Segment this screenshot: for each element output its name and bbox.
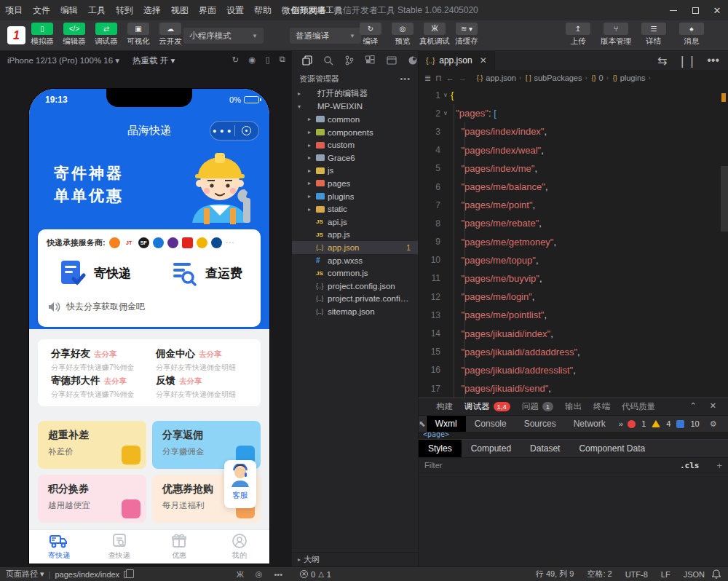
toolbar-button[interactable]: ↥ 上传 (559, 23, 597, 47)
debug-panel-tab[interactable]: 输出 (565, 401, 582, 412)
toolbar-button[interactable]: </> 编辑器 (58, 23, 90, 47)
tree-row[interactable]: ▸ common (292, 113, 418, 126)
window-icon[interactable] (387, 55, 397, 66)
tree-row[interactable]: sitemap.json (292, 305, 418, 318)
code-line[interactable]: 1∨{ (419, 86, 728, 104)
hot-reload-toggle[interactable]: 热重载 开 ▾ (132, 55, 175, 66)
query-freight-button[interactable]: 查运费 (149, 257, 261, 289)
close-button[interactable]: ✕ (706, 0, 728, 20)
page-path-label[interactable]: 页面路径 ▾ (6, 569, 44, 580)
outline-list-icon[interactable]: ≣ (424, 74, 431, 83)
editor-tab-appjson[interactable]: {..} app.json ✕ (419, 51, 495, 70)
toolbar-button[interactable]: ☁ 云开发 (154, 23, 186, 47)
close-tab-icon[interactable]: ✕ (480, 55, 487, 66)
menu-item[interactable]: 编辑 (55, 0, 83, 20)
preview-eye-icon[interactable]: ◎ (256, 569, 263, 579)
copy-path-icon[interactable] (124, 571, 130, 578)
notice-bar[interactable]: 快去分享获取佣金吧 (48, 301, 261, 313)
mode-select[interactable]: 小程序模式▼ (183, 28, 264, 44)
record-icon[interactable]: ◉ (248, 55, 256, 65)
code-editor[interactable]: 1∨{2∨ "pages": [3 "pages/index/index",4 … (419, 86, 728, 398)
tab-profile[interactable]: 我的 (210, 530, 270, 564)
toolbar-button[interactable]: ☰ 详情 (635, 23, 673, 47)
tab-track-express[interactable]: 查快递 (90, 530, 150, 564)
breadcrumb-item[interactable]: {} plugins › (613, 74, 651, 82)
refresh-icon[interactable]: ↻ (232, 55, 240, 65)
collapse-panel-icon[interactable]: ⌃ (690, 401, 697, 411)
styles-tab[interactable]: Component Data (569, 440, 654, 457)
debug-panel-tab[interactable]: 调试器 1,4 (464, 401, 510, 412)
tree-row[interactable]: api.js (292, 216, 418, 229)
customer-service-button[interactable]: 客服 (224, 460, 256, 508)
statusbar-segment[interactable]: JSON (684, 570, 705, 579)
menu-item[interactable]: 选择 (138, 0, 166, 20)
toolbar-button[interactable]: ▯ 模拟器 (26, 23, 58, 47)
toolbar-button[interactable]: Ӝ 真机调试 (419, 23, 451, 47)
debug-panel-tab[interactable]: 终端 (593, 401, 610, 412)
filter-input[interactable]: Filter (424, 461, 442, 470)
tree-row[interactable]: project.private.config.js... (292, 293, 418, 306)
close-miniapp-icon[interactable] (235, 126, 259, 135)
devtools-tab[interactable]: Sources (515, 416, 565, 432)
share-item[interactable]: 寄德邦大件去分享 分享好友寄快递赚7%佣金 (51, 374, 156, 400)
source-control-icon[interactable] (344, 55, 355, 66)
more-tabs-icon[interactable]: » (614, 419, 628, 428)
menu-item[interactable]: 文件 (28, 0, 55, 20)
toolbar-button[interactable]: ♠ 消息 (673, 23, 711, 47)
tree-row[interactable]: ▾ MP-WEIXIN (292, 100, 418, 114)
open-changes-icon[interactable]: ⇆ (657, 54, 667, 68)
statusbar-more-icon[interactable]: ••• (274, 570, 282, 579)
menu-item[interactable]: 界面 (194, 0, 221, 20)
tree-row[interactable]: ▸ js (292, 165, 418, 178)
device-select[interactable]: iPhone 12/13 (Pro) 100% 16 ▾ (7, 55, 119, 66)
inspect-element-icon[interactable]: ⬉ (419, 416, 427, 432)
toolbar-button[interactable]: ⇄ 调试器 (90, 23, 122, 47)
files-icon[interactable] (302, 55, 312, 66)
maximize-button[interactable] (684, 0, 706, 20)
couriers-more[interactable]: ··· (226, 239, 235, 247)
menu-item[interactable]: 设置 (221, 0, 249, 20)
back-arrow-icon[interactable]: ← (446, 74, 454, 82)
tree-row[interactable]: ▸ custom (292, 138, 418, 151)
editor-scrollbar[interactable] (721, 166, 728, 232)
menu-item[interactable]: 工具 (83, 0, 111, 20)
phone-icon[interactable]: ▯ (265, 55, 269, 65)
devtools-tab[interactable]: Console (466, 416, 515, 432)
more-menu-icon[interactable]: ● ● ● (210, 127, 234, 135)
debug-panel-tab[interactable]: 问题 1 (522, 401, 553, 412)
breadcrumb-item[interactable]: {.} app.json › (477, 74, 521, 82)
debug-panel-tab[interactable]: 代码质量 (622, 401, 655, 412)
breadcrumb-item[interactable]: {} 0 › (591, 74, 608, 82)
current-page-path[interactable]: pages/index/index (55, 570, 119, 579)
outline-section[interactable]: ▸大纲 (292, 552, 418, 566)
bookmark-icon[interactable]: ⊓ (435, 74, 442, 83)
toolbar-button[interactable]: ≋ ▾ 清缓存 (451, 23, 483, 47)
tree-row[interactable]: ▸ static (292, 202, 418, 216)
menu-item[interactable]: 帮助 (249, 0, 277, 20)
cls-toggle-button[interactable]: .cls (680, 461, 700, 470)
statusbar-segment[interactable]: UTF-8 (625, 570, 648, 579)
tree-row[interactable]: app.wxss (292, 254, 418, 267)
statusbar-segment[interactable]: 空格: 2 (587, 569, 612, 580)
tree-row[interactable]: ▸ components (292, 126, 418, 139)
new-style-rule-icon[interactable]: + (716, 460, 722, 471)
debug-device-icon[interactable]: Ӝ (237, 570, 244, 579)
statusbar-segment[interactable]: 行 49, 列 9 (536, 569, 574, 580)
tab-coupons[interactable]: 优惠 (149, 530, 210, 564)
tree-row[interactable]: ▸ Grace6 (292, 151, 418, 165)
styles-tab[interactable]: Computed (462, 440, 521, 457)
minimize-button[interactable] (662, 0, 684, 20)
toolbar-button[interactable]: ⑂ 版本管理 (597, 23, 635, 47)
share-item[interactable]: 反馈去分享 分享好友寄快递佣金明细 (156, 374, 261, 400)
code-line[interactable]: 2∨ "pages": [ (419, 104, 728, 122)
explorer-actions-icon[interactable]: ••• (400, 74, 411, 83)
share-item[interactable]: 分享好友去分享 分享好友寄快递赚7%佣金 (51, 347, 156, 374)
devtools-settings-icon[interactable]: ⚙ (705, 419, 721, 429)
split-editor-icon[interactable]: ❘❘ (677, 54, 697, 68)
extensions-icon[interactable] (365, 55, 376, 66)
multi-window-icon[interactable]: ⧉ (280, 55, 285, 65)
tree-row[interactable]: common.js (292, 266, 418, 280)
devtools-tab[interactable]: Network (565, 416, 614, 432)
tree-row[interactable]: project.config.json (292, 280, 418, 293)
styles-tab[interactable]: Styles (419, 440, 462, 457)
